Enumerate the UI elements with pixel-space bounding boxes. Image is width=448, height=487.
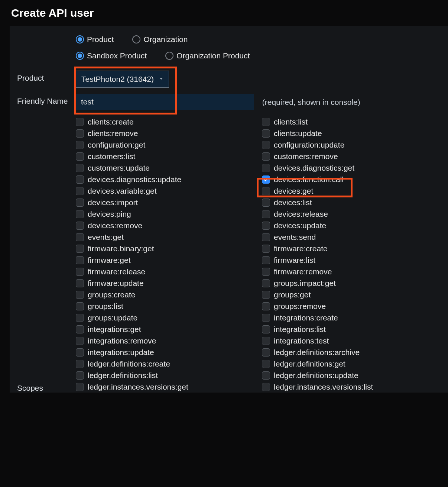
scope-label[interactable]: ledger.definitions:get xyxy=(274,359,345,368)
scope-checkbox[interactable] xyxy=(76,302,84,310)
scope-label[interactable]: firmware:remove xyxy=(274,267,332,276)
scope-label[interactable]: ledger.definitions:update xyxy=(274,371,358,380)
scope-checkbox[interactable] xyxy=(76,291,84,299)
scope-checkbox[interactable] xyxy=(262,199,270,207)
radio-organization-product[interactable]: Organization Product xyxy=(165,51,250,60)
scope-checkbox[interactable] xyxy=(76,141,84,149)
scope-checkbox[interactable] xyxy=(76,360,84,368)
scope-label[interactable]: devices.diagnostics:get xyxy=(274,164,354,172)
scope-label[interactable]: integrations:remove xyxy=(88,336,156,345)
scope-label[interactable]: groups:update xyxy=(88,313,137,322)
scope-checkbox[interactable] xyxy=(76,152,84,161)
scope-label[interactable]: groups:create xyxy=(88,290,135,299)
scope-checkbox[interactable] xyxy=(262,291,270,299)
scope-label[interactable]: customers:update xyxy=(88,164,150,172)
scope-checkbox[interactable] xyxy=(76,233,84,241)
scope-label[interactable]: devices.variable:get xyxy=(88,187,157,196)
scope-label[interactable]: integrations:create xyxy=(274,313,338,322)
scope-checkbox[interactable] xyxy=(76,187,84,195)
scope-checkbox[interactable] xyxy=(262,233,270,241)
scope-checkbox[interactable] xyxy=(262,360,270,368)
scope-checkbox[interactable] xyxy=(262,302,270,310)
product-select[interactable]: TestPhoton2 (31642) xyxy=(76,71,169,88)
scope-label[interactable]: devices.function:call xyxy=(274,175,344,184)
scope-label[interactable]: events:send xyxy=(274,233,316,242)
scope-label[interactable]: ledger.definitions:list xyxy=(88,371,158,380)
scope-checkbox[interactable] xyxy=(262,141,270,149)
scope-label[interactable]: configuration:update xyxy=(274,141,344,149)
scope-label[interactable]: clients:remove xyxy=(88,129,138,138)
scope-checkbox[interactable] xyxy=(262,222,270,230)
scope-checkbox[interactable] xyxy=(76,164,84,172)
scope-checkbox[interactable] xyxy=(76,371,84,380)
scope-label[interactable]: groups:list xyxy=(88,302,123,311)
scope-label[interactable]: groups:get xyxy=(274,290,311,299)
scope-label[interactable]: devices:get xyxy=(274,187,313,196)
scope-label[interactable]: devices:update xyxy=(274,221,326,230)
scope-label[interactable]: firmware.binary:get xyxy=(88,244,154,253)
scope-checkbox[interactable] xyxy=(76,314,84,322)
scope-label[interactable]: configuration:get xyxy=(88,141,145,149)
scope-label[interactable]: ledger.definitions:archive xyxy=(274,348,360,357)
scope-checkbox[interactable] xyxy=(262,337,270,345)
scope-checkbox[interactable] xyxy=(76,210,84,218)
scope-label[interactable]: firmware:update xyxy=(88,279,144,288)
scope-checkbox[interactable] xyxy=(262,118,270,126)
scope-checkbox[interactable] xyxy=(76,118,84,126)
scope-checkbox[interactable] xyxy=(76,175,84,184)
scope-label[interactable]: devices:remove xyxy=(88,221,142,230)
scope-label[interactable]: ledger.definitions:create xyxy=(88,359,170,368)
scope-label[interactable]: clients:create xyxy=(88,117,134,126)
scope-label[interactable]: devices:release xyxy=(274,210,328,219)
scope-checkbox[interactable] xyxy=(76,337,84,345)
scope-label[interactable]: integrations:test xyxy=(274,336,329,345)
radio-product[interactable]: Product xyxy=(76,35,114,44)
scope-label[interactable]: ledger.instances.versions:get xyxy=(88,383,188,391)
scope-checkbox[interactable] xyxy=(262,325,270,333)
scope-checkbox[interactable] xyxy=(262,348,270,357)
friendly-name-input[interactable] xyxy=(76,94,254,110)
scope-label[interactable]: groups.impact:get xyxy=(274,279,336,288)
scope-label[interactable]: clients:update xyxy=(274,129,322,138)
scope-label[interactable]: devices:import xyxy=(88,198,138,207)
scope-checkbox[interactable] xyxy=(262,245,270,253)
scope-checkbox[interactable] xyxy=(262,210,270,218)
scope-label[interactable]: customers:remove xyxy=(274,152,338,161)
scope-checkbox[interactable] xyxy=(262,314,270,322)
scope-label[interactable]: integrations:list xyxy=(274,325,326,334)
scope-checkbox[interactable] xyxy=(76,222,84,230)
radio-organization[interactable]: Organization xyxy=(132,35,188,44)
scope-checkbox[interactable] xyxy=(262,383,270,391)
scope-label[interactable]: customers:list xyxy=(88,152,135,161)
scope-label[interactable]: firmware:release xyxy=(88,267,145,276)
scope-checkbox[interactable] xyxy=(262,371,270,380)
scope-label[interactable]: groups:remove xyxy=(274,302,326,311)
scope-label[interactable]: clients:list xyxy=(274,117,308,126)
scope-checkbox[interactable] xyxy=(76,325,84,333)
scope-label[interactable]: firmware:get xyxy=(88,256,131,265)
scope-checkbox[interactable] xyxy=(262,129,270,138)
scope-label[interactable]: integrations:update xyxy=(88,348,154,357)
scope-checkbox[interactable] xyxy=(262,187,270,195)
scope-label[interactable]: devices:list xyxy=(274,198,312,207)
scope-label[interactable]: firmware:list xyxy=(274,256,315,265)
scope-checkbox[interactable] xyxy=(262,279,270,287)
scope-checkbox[interactable] xyxy=(76,383,84,391)
scope-label[interactable]: events:get xyxy=(88,233,124,242)
scope-label[interactable]: ledger.instances.versions:list xyxy=(274,383,373,391)
scope-label[interactable]: firmware:create xyxy=(274,244,328,253)
scope-label[interactable]: devices.diagnostics:update xyxy=(88,175,181,184)
scope-checkbox[interactable] xyxy=(262,268,270,276)
scope-checkbox[interactable] xyxy=(76,279,84,287)
scope-label[interactable]: devices:ping xyxy=(88,210,131,219)
scope-checkbox[interactable] xyxy=(262,152,270,161)
radio-sandbox-product[interactable]: Sandbox Product xyxy=(76,51,147,60)
scope-checkbox[interactable] xyxy=(76,348,84,357)
scope-checkbox[interactable] xyxy=(262,175,270,184)
scope-checkbox[interactable] xyxy=(76,256,84,264)
scope-checkbox[interactable] xyxy=(76,268,84,276)
scope-checkbox[interactable] xyxy=(76,129,84,138)
scope-checkbox[interactable] xyxy=(76,245,84,253)
scope-checkbox[interactable] xyxy=(262,256,270,264)
scope-label[interactable]: integrations:get xyxy=(88,325,141,334)
